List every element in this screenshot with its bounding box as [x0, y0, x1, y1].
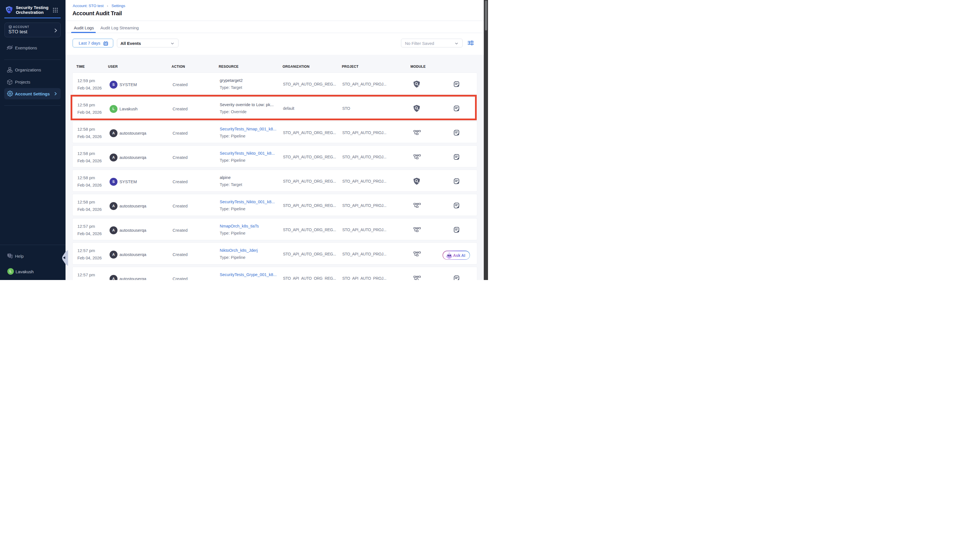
svg-text:?: ?	[8, 253, 10, 257]
